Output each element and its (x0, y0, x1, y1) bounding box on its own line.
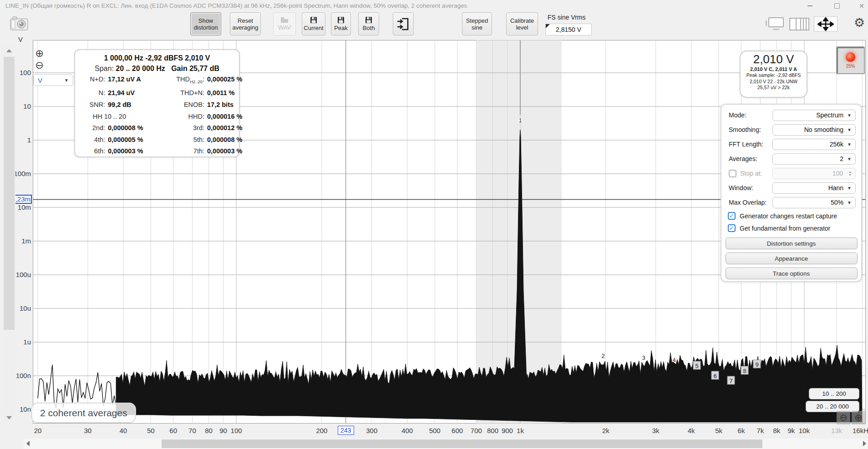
mode-select[interactable]: Spectrum▼ (772, 110, 856, 121)
window-row: Window: Hann▼ (721, 181, 861, 195)
mode-row: Mode: Spectrum▼ (721, 108, 861, 122)
harmonic-marker-8: 8 (743, 368, 746, 374)
x-tick-label: 9k (787, 427, 795, 434)
measurement-info-panel: 1 000,00 Hz -2,92 dBFS 2,010 V Span: 20 … (74, 49, 240, 157)
x-tick-label: 50 (147, 427, 155, 434)
distortion-settings-button[interactable]: Distortion settings (726, 237, 858, 249)
averages-status-pill: 2 coherent averages (31, 403, 136, 423)
x-tick-label: 6k (738, 427, 745, 434)
chevron-down-icon: ▼ (847, 127, 852, 132)
x-tick-label: 3k (652, 427, 660, 434)
x-tick-label: 7k (756, 427, 764, 434)
fundamental-from-generator-row: ✓ Get fundamental from generator (721, 222, 861, 234)
x-tick-label: 60 (169, 427, 177, 434)
harmonic-marker-5: 5 (695, 363, 698, 369)
x-tick-label: 2k (602, 427, 609, 434)
mini-zoom-out-icon[interactable]: ⊖ (837, 411, 850, 424)
x-tick-label: 8k (773, 427, 781, 434)
metric-row: N+D:17,12 uV A THDH2..20:0,000025 % (75, 74, 239, 87)
rms-level-value: 2,010 V (741, 52, 807, 66)
vertical-scrollbar[interactable] (3, 45, 15, 423)
x-tick-label: 80 (205, 427, 213, 434)
x-tick-label: 400 (401, 427, 413, 434)
chevron-down-icon: ▼ (847, 142, 852, 147)
harmonic-row: 4th:0,000005 % 5th:0,000008 % (75, 134, 239, 146)
x-tick-label: 600 (452, 427, 463, 434)
generator-restart-row: ✓ Generator changes restart capture (721, 210, 861, 222)
harmonic-marker-4: 4 (672, 357, 675, 363)
chevron-down-icon: ▼ (847, 113, 852, 118)
mini-zoom-in-icon[interactable]: ⊕ (852, 411, 865, 424)
metric-row: N:21,94 uV THD+N:0,0011 % (75, 87, 239, 99)
appearance-button[interactable]: Appearance (726, 252, 858, 264)
stop-at-row: ✓ Stop at: 100▲▼ (721, 166, 861, 181)
x-tick-label: 4k (688, 427, 695, 434)
x-tick-label: 800 (487, 427, 498, 434)
harmonic-marker-3: 3 (642, 354, 645, 361)
x-tick-label: 30 (84, 427, 92, 434)
x-tick-label: 100 (231, 427, 242, 434)
harmonic-row: 6th:0,000003 % 7th:0,000003 % (75, 146, 239, 157)
metric-row: HH 10 .. 20 HHD:0,000016 % (75, 111, 239, 123)
fundamental-readout: 1 000,00 Hz -2,92 dBFS 2,010 V (75, 53, 239, 63)
scroll-up-arrow-icon[interactable] (6, 49, 12, 52)
x-tick-label: 16kHz (853, 427, 868, 434)
chevron-down-icon: ▼ (847, 200, 852, 205)
horizontal-scrollbar-thumb[interactable] (162, 439, 762, 448)
x-cursor-value[interactable]: 243 (338, 426, 354, 435)
fundamental-from-generator-checkbox[interactable]: ✓ (728, 224, 736, 232)
x-tick-label: 1k (517, 427, 524, 434)
averages-select[interactable]: 2▼ (772, 153, 856, 165)
harmonic-row: 2nd:0,000008 % 3rd:0,000012 % (75, 122, 239, 134)
scroll-down-arrow-icon[interactable] (6, 416, 12, 419)
x-tick-label: 20 (34, 427, 42, 434)
record-led-icon (846, 52, 855, 62)
harmonic-marker-6: 6 (713, 373, 716, 379)
span-readout: Span: 20 .. 20 000 Hz Gain 25,77 dB (75, 63, 239, 74)
x-tick-label: 5k (715, 427, 722, 434)
range-10-200-button[interactable]: 10 .. 200 (809, 388, 859, 399)
x-tick-label: 13k (831, 427, 842, 434)
app-window: LINE_IN (Общая громкость) R on EXCL: Лин… (0, 0, 868, 449)
scroll-right-arrow-icon[interactable] (863, 441, 866, 446)
x-tick-label: 90 (219, 427, 227, 434)
smoothing-row: Smoothing: No smoothing▼ (721, 122, 861, 137)
ultrasonic-level: 25,57 uV > 22k (741, 85, 807, 91)
record-button[interactable]: 25% (836, 46, 865, 74)
record-buffer-percent: 25% (846, 64, 855, 69)
generator-restart-checkbox[interactable]: ✓ (728, 212, 736, 220)
vertical-scrollbar-thumb[interactable] (4, 57, 15, 330)
trace-unit-select[interactable]: V ▼ (33, 74, 73, 86)
metric-row: SNR:99,2 dB ENOB:17,2 bits (75, 99, 239, 111)
x-tick-label: 40 (119, 427, 127, 434)
harmonic-marker-2: 2 (601, 353, 604, 359)
y-axis-unit-label: V (18, 35, 23, 43)
stop-at-spinner: 100▲▼ (772, 168, 856, 179)
stop-at-checkbox[interactable]: ✓ (729, 170, 736, 177)
horizontal-scrollbar[interactable] (24, 439, 868, 449)
zoom-out-icon[interactable]: ⊖ (35, 60, 44, 70)
harmonic-marker-1: 1 (518, 117, 522, 124)
window-select[interactable]: Hann▼ (772, 182, 856, 194)
fft-length-row: FFT Length: 256k▼ (721, 137, 861, 151)
max-overlap-select[interactable]: 50%▼ (772, 197, 856, 208)
x-tick-label: 700 (471, 427, 482, 434)
chevron-down-icon: ▼ (64, 78, 69, 83)
chevron-down-icon: ▼ (847, 186, 852, 191)
fft-length-select[interactable]: 256k▼ (772, 139, 856, 150)
averages-row: Averages: 2▼ (721, 151, 861, 166)
max-overlap-row: Max Overlap: 50%▼ (721, 195, 861, 210)
capture-settings-panel: Mode: Spectrum▼ Smoothing: No smoothing▼… (721, 104, 862, 282)
x-tick-label: 10k (799, 427, 810, 434)
harmonic-marker-9: 9 (755, 361, 758, 368)
spinner-arrows-icon[interactable]: ▲▼ (848, 170, 852, 177)
trace-options-button[interactable]: Trace options (726, 267, 858, 279)
x-tick-label: 500 (429, 427, 441, 434)
harmonic-marker-7: 7 (729, 378, 732, 384)
channel-levels: 2,010 V C, 2,011 V A (741, 66, 807, 72)
zoom-in-icon[interactable]: ⊕ (35, 48, 44, 58)
smoothing-select[interactable]: No smoothing▼ (772, 124, 856, 136)
band-level: 2,010 V 22 - 22k UNW (741, 79, 807, 85)
scroll-left-arrow-icon[interactable] (26, 441, 30, 446)
x-tick-label: 200 (316, 427, 327, 434)
